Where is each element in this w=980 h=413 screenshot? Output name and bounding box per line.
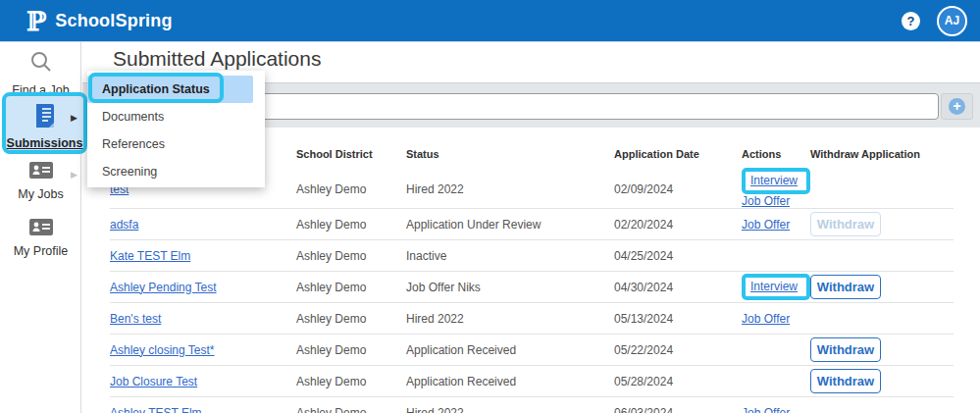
menu-item-documents[interactable]: Documents: [87, 103, 265, 130]
job-title-link[interactable]: Ashley Pending Test: [110, 281, 217, 294]
action-link[interactable]: Job Offer: [742, 218, 790, 232]
withdraw-button: Withdraw: [810, 212, 881, 236]
chevron-right-icon: ▶: [71, 113, 77, 123]
page-title: Submitted Applications: [113, 47, 321, 71]
status-cell: Application Received: [406, 375, 614, 388]
schoolspring-logo-icon: ℙ: [26, 8, 46, 34]
status-cell: Inactive: [406, 249, 614, 263]
table-row: Ben's testAshley DemoHired 202205/13/202…: [110, 303, 954, 335]
plus-circle-icon: +: [949, 98, 965, 115]
application-date-cell: 05/28/2024: [614, 375, 742, 388]
job-title-cell: Ben's test: [110, 312, 296, 326]
menu-item-references[interactable]: References: [87, 130, 265, 158]
sidebar-item-my-profile[interactable]: My Profile: [0, 219, 81, 258]
status-cell: Hired 2022: [406, 182, 614, 196]
id-card-icon: [29, 165, 53, 181]
submissions-flyout-menu: Application Status Documents References …: [87, 71, 265, 187]
search-icon: [28, 61, 54, 77]
header-status: Status: [406, 148, 614, 160]
sidebar-item-label: My Jobs: [0, 187, 81, 201]
sidebar-item-label: My Profile: [0, 244, 81, 258]
sidebar-item-label: Submissions: [6, 136, 83, 150]
table-row: Ashley closing Test*Ashley DemoApplicati…: [110, 335, 954, 366]
actions-cell: InterviewJob Offer: [742, 171, 810, 208]
menu-item-screening[interactable]: Screening: [87, 158, 265, 185]
actions-cell: Interview: [742, 277, 810, 297]
withdraw-cell: Withdraw: [810, 337, 954, 362]
school-district-cell: Ashley Demo: [296, 182, 406, 196]
withdraw-cell: Withdraw: [810, 212, 954, 236]
menu-item-application-status[interactable]: Application Status: [87, 76, 253, 103]
withdraw-cell: Withdraw: [810, 275, 954, 299]
table-row: Ashley Pending TestAshley DemoJob Offer …: [110, 272, 954, 303]
status-cell: Job Offer Niks: [406, 281, 614, 294]
action-link[interactable]: Job Offer: [742, 194, 790, 208]
school-district-cell: Ashley Demo: [296, 281, 406, 294]
topbar-right: ? AJ: [902, 6, 980, 36]
help-icon[interactable]: ?: [902, 12, 920, 30]
status-cell: Hired 2022: [406, 406, 614, 413]
withdraw-button[interactable]: Withdraw: [810, 369, 881, 393]
avatar[interactable]: AJ: [937, 6, 967, 36]
header-school-district: School District: [296, 148, 406, 160]
school-district-cell: Ashley Demo: [296, 343, 406, 357]
job-title-link[interactable]: adsfa: [110, 218, 138, 232]
actions-cell: Job Offer: [742, 218, 810, 232]
job-title-cell: Job Closure Test: [110, 375, 296, 388]
withdraw-cell: Withdraw: [810, 369, 954, 393]
school-district-cell: Ashley Demo: [296, 312, 406, 326]
job-title-cell: adsfa: [110, 218, 296, 232]
job-title-cell: Kate TEST Elm: [110, 249, 296, 263]
school-district-cell: Ashley Demo: [296, 249, 406, 263]
job-title-cell: Ashley Pending Test: [110, 281, 296, 294]
header-withdraw-application: Withdraw Application: [810, 148, 954, 160]
job-title-link[interactable]: Kate TEST Elm: [110, 249, 190, 263]
chevron-right-icon: ▶: [71, 170, 77, 180]
application-date-cell: 05/22/2024: [614, 343, 742, 357]
table-row: adsfaAshley DemoApplication Under Review…: [110, 209, 954, 240]
add-button[interactable]: +: [941, 93, 973, 120]
job-title-link[interactable]: Job Closure Test: [110, 375, 197, 388]
action-link[interactable]: Interview: [750, 174, 798, 187]
application-date-cell: 02/09/2024: [614, 182, 742, 196]
app-window: ℙ SchoolSpring ? AJ Find a Job ▶ Submiss…: [0, 0, 980, 413]
action-link[interactable]: Job Offer: [742, 406, 790, 413]
school-district-cell: Ashley Demo: [296, 406, 406, 413]
job-title-link[interactable]: Ashley closing Test*: [110, 343, 215, 357]
job-title-cell: Ashley closing Test*: [110, 343, 296, 357]
actions-cell: Job Offer: [742, 406, 810, 413]
brand: ℙ SchoolSpring: [0, 8, 173, 34]
header-actions: Actions: [742, 148, 810, 160]
table-row: Ashley TEST ElmAshley DemoHired 202206/0…: [110, 397, 954, 413]
actions-cell: Job Offer: [742, 312, 810, 326]
school-district-cell: Ashley Demo: [296, 375, 406, 388]
application-date-cell: 06/03/2024: [614, 406, 742, 413]
sidebar-item-my-jobs[interactable]: ▶ My Jobs: [0, 162, 81, 201]
top-bar: ℙ SchoolSpring ? AJ: [0, 0, 980, 42]
status-cell: Application Received: [406, 343, 614, 357]
application-date-cell: 04/25/2024: [614, 249, 742, 263]
sidebar: Find a Job ▶ Submissions ▶ My Jobs My Pr…: [0, 42, 81, 413]
brand-name: SchoolSpring: [55, 11, 172, 31]
table-body: testAshley DemoHired 202202/09/2024Inter…: [110, 171, 954, 413]
header-application-date: Application Date: [614, 148, 742, 160]
highlight-box: Interview: [742, 168, 810, 194]
job-title-cell: Ashley TEST Elm: [110, 406, 296, 413]
withdraw-button[interactable]: Withdraw: [810, 275, 881, 299]
highlight-box: Interview: [742, 274, 810, 300]
status-cell: Hired 2022: [406, 312, 614, 326]
action-link[interactable]: Job Offer: [742, 312, 790, 326]
application-date-cell: 02/20/2024: [614, 218, 742, 232]
withdraw-button[interactable]: Withdraw: [810, 337, 881, 362]
application-date-cell: 04/30/2024: [614, 281, 742, 294]
id-card-icon: [29, 222, 53, 238]
sidebar-item-find-a-job[interactable]: Find a Job: [0, 49, 81, 97]
table-row: Job Closure TestAshley DemoApplication R…: [110, 366, 954, 397]
action-link[interactable]: Interview: [750, 280, 798, 293]
sidebar-item-submissions[interactable]: ▶ Submissions: [2, 92, 87, 154]
job-title-link[interactable]: Ashley TEST Elm: [110, 406, 202, 413]
application-date-cell: 05/13/2024: [614, 312, 742, 326]
school-district-cell: Ashley Demo: [296, 218, 406, 232]
table-row: Kate TEST ElmAshley DemoInactive04/25/20…: [110, 240, 954, 272]
job-title-link[interactable]: Ben's test: [110, 312, 161, 326]
